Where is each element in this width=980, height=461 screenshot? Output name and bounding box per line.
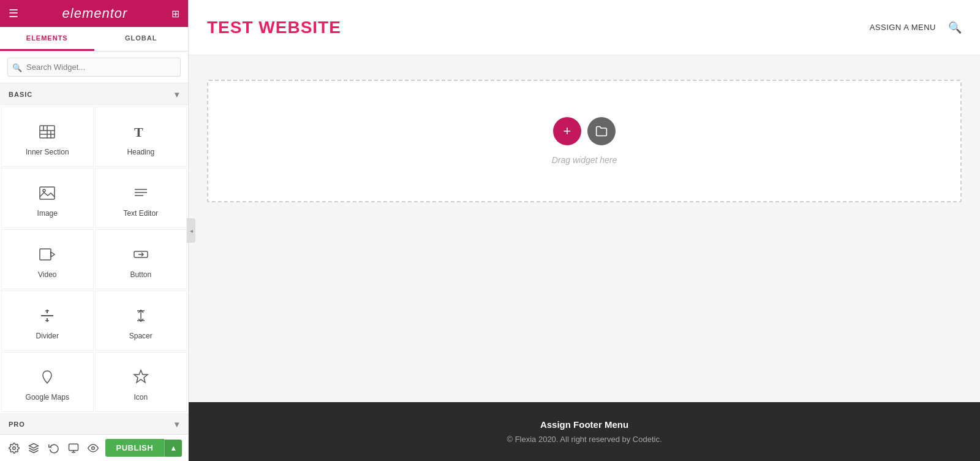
widget-image[interactable]: Image — [1, 168, 94, 228]
svg-marker-27 — [134, 370, 148, 383]
widget-divider[interactable]: Divider — [1, 291, 94, 351]
svg-text:T: T — [134, 124, 143, 140]
left-panel: ☰ elementor ⊞ ELEMENTS GLOBAL 🔍 BASIC ▾ … — [0, 0, 189, 461]
widget-text-editor[interactable]: Text Editor — [95, 168, 187, 228]
video-icon — [36, 243, 58, 265]
text-editor-icon — [130, 182, 152, 204]
site-header: TEST WEBSITE ASSIGN A MENU 🔍 — [189, 0, 980, 55]
publish-dropdown-button[interactable]: ▲ — [164, 440, 182, 457]
button-icon — [130, 243, 152, 265]
text-editor-label: Text Editor — [123, 209, 158, 218]
publish-button[interactable]: PUBLISH — [105, 439, 165, 457]
grid-icon[interactable]: ⊞ — [172, 8, 179, 20]
svg-marker-29 — [29, 443, 39, 448]
drop-zone: + Drag widget here — [207, 80, 962, 202]
video-label: Video — [38, 270, 56, 279]
svg-rect-30 — [69, 444, 78, 451]
divider-icon — [36, 305, 58, 327]
image-icon — [36, 182, 58, 204]
widgets-area: BASIC ▾ Inner Section T Heading — [0, 83, 188, 434]
drop-zone-buttons: + — [553, 117, 616, 145]
search-area: 🔍 — [0, 51, 188, 83]
widget-video[interactable]: Video — [1, 229, 94, 289]
inner-section-label: Inner Section — [26, 148, 69, 156]
widget-heading[interactable]: T Heading — [95, 107, 187, 167]
basic-section-label: BASIC — [9, 91, 32, 98]
widget-inner-section[interactable]: Inner Section — [1, 107, 94, 167]
google-maps-icon — [36, 366, 58, 388]
add-template-button[interactable] — [587, 117, 616, 145]
footer-menu-label: Assign Footer Menu — [207, 419, 962, 430]
icon-widget-icon — [130, 366, 152, 388]
widget-icon[interactable]: Icon — [95, 352, 187, 412]
site-title: TEST WEBSITE — [207, 18, 870, 37]
widget-spacer[interactable]: Spacer — [95, 291, 187, 351]
main-area: TEST WEBSITE ASSIGN A MENU 🔍 + Drag widg… — [189, 0, 980, 461]
responsive-icon-btn[interactable] — [66, 439, 81, 457]
pro-section-header[interactable]: PRO ▾ — [0, 413, 188, 434]
heading-icon: T — [130, 121, 152, 143]
search-icon: 🔍 — [12, 63, 22, 72]
inner-section-icon — [36, 121, 58, 143]
svg-rect-12 — [40, 249, 51, 260]
panel-tabs: ELEMENTS GLOBAL — [0, 27, 188, 51]
drag-hint: Drag widget here — [552, 155, 617, 165]
collapse-handle[interactable]: ◂ — [187, 218, 195, 243]
spacer-icon — [130, 305, 152, 327]
svg-point-26 — [45, 373, 49, 377]
spacer-label: Spacer — [129, 332, 153, 340]
divider-label: Divider — [36, 332, 59, 340]
widget-google-maps[interactable]: Google Maps — [1, 352, 94, 412]
image-label: Image — [37, 209, 58, 218]
add-section-button[interactable]: + — [553, 117, 581, 145]
button-label: Button — [130, 270, 151, 279]
publish-area: PUBLISH ▲ — [105, 439, 182, 457]
heading-label: Heading — [127, 148, 154, 156]
search-nav-icon[interactable]: 🔍 — [948, 21, 962, 34]
canvas-area: + Drag widget here — [189, 55, 980, 402]
svg-point-8 — [43, 189, 45, 192]
site-footer: Assign Footer Menu © Flexia 2020. All ri… — [189, 402, 980, 461]
svg-point-28 — [13, 446, 16, 449]
svg-marker-13 — [51, 252, 55, 257]
layers-icon-btn[interactable] — [26, 439, 42, 457]
widget-button[interactable]: Button — [95, 229, 187, 289]
hamburger-icon[interactable]: ☰ — [9, 7, 18, 20]
pro-chevron-icon: ▾ — [175, 419, 179, 429]
panel-header: ☰ elementor ⊞ — [0, 0, 188, 27]
icon-label: Icon — [134, 393, 148, 402]
tab-global[interactable]: GLOBAL — [94, 27, 189, 51]
preview-icon-btn[interactable] — [85, 439, 101, 457]
settings-icon-btn[interactable] — [6, 439, 22, 457]
svg-rect-7 — [40, 187, 55, 199]
footer-copyright: © Flexia 2020. All right reserved by Cod… — [207, 435, 962, 444]
panel-logo: elementor — [62, 6, 128, 21]
basic-chevron-icon: ▾ — [175, 90, 179, 99]
svg-point-33 — [92, 446, 95, 449]
pro-section-label: PRO — [9, 421, 25, 428]
basic-section-header[interactable]: BASIC ▾ — [0, 83, 188, 105]
history-icon-btn[interactable] — [46, 439, 62, 457]
search-wrapper: 🔍 — [7, 58, 181, 77]
site-nav: ASSIGN A MENU 🔍 — [870, 21, 962, 34]
assign-menu-link[interactable]: ASSIGN A MENU — [870, 23, 936, 32]
bottom-bar: PUBLISH ▲ — [0, 434, 188, 461]
tab-elements[interactable]: ELEMENTS — [0, 27, 94, 51]
search-input[interactable] — [7, 58, 181, 77]
google-maps-label: Google Maps — [26, 393, 69, 402]
basic-widgets-grid: Inner Section T Heading Image — [0, 105, 188, 413]
